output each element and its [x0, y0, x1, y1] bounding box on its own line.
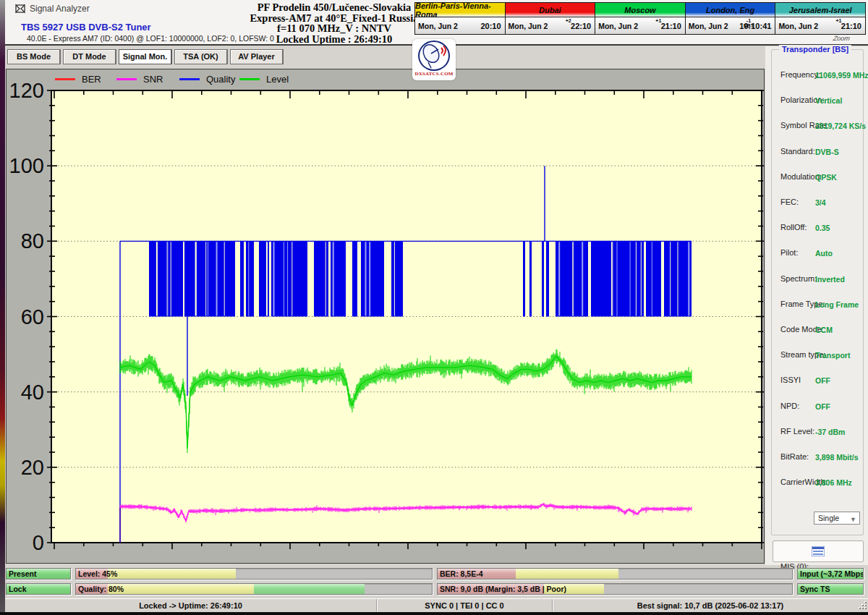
statusbar-lock-uptime: Locked -> Uptime: 26:49:10 — [5, 599, 376, 611]
window-bottom-edge — [0, 612, 868, 615]
list-icon — [812, 546, 825, 556]
clock-city-label: Moscow — [595, 3, 685, 17]
station-line3: f=11 070 MHz_V : NNTV — [222, 23, 446, 34]
transponder-value: OFF — [815, 402, 830, 411]
transponder-value: Long Frame — [815, 300, 859, 309]
clock-berlin-paris-vienna-roma: Berlin-Paris-Vienna-RomaMon, Jun 220:10 — [414, 2, 506, 35]
statusbar-best-signal: Best signal: 10,7 dB (2025-06-02 13:17) — [552, 599, 868, 611]
transponder-label: FEC: — [780, 198, 799, 206]
transponder-title: Transponder [BS] — [779, 45, 851, 54]
gauge-label: BER: 8,5E-4 — [440, 569, 483, 578]
transponder-value: Auto — [815, 249, 833, 258]
transponder-label: Frequency: — [780, 70, 820, 79]
transponder-label: Pilot: — [780, 248, 798, 257]
transponder-value: 11069,959 MHz — [815, 71, 868, 80]
gauge-label: Input (~3,72 Mbps) — [800, 569, 864, 578]
gauge-segment — [108, 584, 254, 594]
clock-time: 21:10 — [841, 22, 861, 30]
clock-time: 19:10:41 — [739, 22, 771, 30]
transponder-label: RollOff: — [780, 223, 807, 232]
clock-date: Mon, Jun 2 — [418, 22, 458, 30]
legend-label: Level — [266, 74, 289, 85]
legend-item-ber: BER — [55, 74, 101, 85]
gauge-present: Present — [6, 568, 71, 580]
clock-city-label: London, Eng — [686, 3, 775, 17]
clock-city-label: Jerusalem-Israel — [775, 3, 865, 17]
transponder-value: Inverted — [815, 275, 845, 284]
gauge-lock: Lock — [6, 583, 71, 595]
tab-dt-mode[interactable]: DT Mode — [63, 49, 116, 64]
gauge-quality: Quality: 80% — [75, 583, 433, 595]
chevron-down-icon: ▼ — [850, 514, 856, 525]
transponder-value: 3,898 Mbit/s — [815, 453, 859, 462]
legend-label: BER — [82, 74, 101, 85]
y-axis-tick-label: 100 — [7, 154, 44, 178]
y-axis-tick-label: 40 — [7, 381, 44, 404]
gauge-segment — [516, 569, 618, 579]
clock-moscow: MoscowMon, Jun 2+121:10 — [595, 2, 686, 35]
clock-jerusalem-israel: Jerusalem-IsraelMon, Jun 2+121:10 — [775, 2, 866, 35]
tuner-name: TBS 5927 USB DVB-S2 Tuner — [21, 22, 151, 33]
transponder-value: 3/4 — [815, 198, 826, 207]
station-header: PF Prodelin 450/Lučenec-Slovakia Express… — [222, 2, 446, 44]
clock-time-row: Mon, Jun 2+121:10 — [595, 17, 685, 34]
transponder-value: -37 dBm — [815, 428, 845, 436]
y-axis-tick-label: 60 — [7, 305, 44, 329]
resize-grip-icon[interactable] — [859, 602, 867, 609]
transponder-label: Spectrum: — [780, 274, 817, 283]
dxsatcs-logo: DXSATCS.COM — [412, 39, 456, 80]
transponder-value: DVB-S — [815, 148, 839, 156]
y-axis-tick-label: 80 — [7, 229, 44, 253]
transponder-value: 3,806 MHz — [815, 478, 852, 487]
clock-city-label: Berlin-Paris-Vienna-Roma — [415, 3, 505, 17]
clock-time: 20:10 — [480, 22, 501, 30]
station-line1: PF Prodelin 450/Lučenec-Slovakia — [222, 2, 446, 13]
transponder-value: 0.35 — [815, 224, 830, 232]
transponder-value: QPSK — [815, 173, 837, 182]
station-line2: Express-AM7 at 40°E_Fixed-1 Russia — [222, 13, 446, 24]
app-icon — [15, 4, 25, 14]
window-title: Signal Analyzer — [30, 4, 90, 14]
legend-label: SNR — [143, 74, 163, 85]
clock-time: 22:10 — [571, 22, 591, 30]
clock-time-row: Mon, Jun 2+121:10 — [775, 17, 865, 34]
tab-av-player[interactable]: AV Player — [230, 49, 284, 64]
stream-details-button[interactable] — [773, 540, 864, 562]
y-axis-tick-label: 20 — [7, 456, 44, 480]
zoom-watermark: Zoom — [833, 35, 851, 42]
gauge-label: Quality: 80% — [78, 585, 124, 593]
signal-monitor-chart: BERSNRQualityLevel 020406080100120 — [6, 69, 765, 564]
transponder-label: RF Level: — [780, 427, 814, 436]
tab-tsa-ok-[interactable]: TSA (OK) — [174, 49, 228, 64]
legend-line-swatch — [239, 78, 260, 80]
logo-text: DXSATCS.COM — [412, 71, 456, 77]
statusbar-sync-counters: SYNC 0 | TEI 0 | CC 0 — [376, 599, 552, 611]
clock-time: 21:10 — [661, 22, 681, 30]
legend-line-swatch — [179, 78, 200, 80]
legend-label: Quality — [206, 74, 235, 85]
clock-time-row: Mon, Jun 2-1DST19:10:41 — [686, 17, 775, 34]
satellite-dish-icon — [418, 41, 450, 71]
legend-item-level: Level — [239, 74, 289, 85]
gauge-label: Present — [9, 569, 37, 578]
gauge-segment — [108, 569, 236, 579]
gauge-label: SNR: 9,0 dB (Margin: 3,5 dB | Poor) — [440, 585, 566, 593]
clock-city-label: Dubai — [506, 3, 595, 17]
legend-item-quality: Quality — [179, 74, 235, 85]
mis-dropdown[interactable]: Single ▼ — [814, 512, 860, 525]
tab-bs-mode[interactable]: BS Mode — [7, 49, 61, 64]
clock-date: Mon, Jun 2 — [689, 22, 728, 30]
clock-dubai: DubaiMon, Jun 2+222:10 — [505, 2, 596, 35]
transponder-value: OFF — [815, 376, 830, 385]
gauge-ber: BER: 8,5E-4 — [437, 568, 793, 580]
tab-signal-mon-[interactable]: Signal Mon. — [119, 49, 172, 64]
gauge-label: Level: 45% — [78, 569, 117, 578]
transponder-groupbox: Transponder [BS] Frequency:11069,959 MHz… — [771, 49, 864, 535]
clock-london-eng: London, EngMon, Jun 2-1DST19:10:41 — [685, 2, 776, 35]
gauge-label: Sync TS — [800, 585, 830, 593]
transponder-label: NPD: — [780, 402, 799, 410]
signal-gauges: PresentLevel: 45%BER: 8,5E-4Input (~3,72… — [6, 568, 864, 595]
app-window: Signal Analyzer TBS 5927 USB DVB-S2 Tune… — [0, 0, 868, 615]
gauge-level: Level: 45% — [75, 568, 433, 580]
legend-line-swatch — [55, 78, 75, 80]
